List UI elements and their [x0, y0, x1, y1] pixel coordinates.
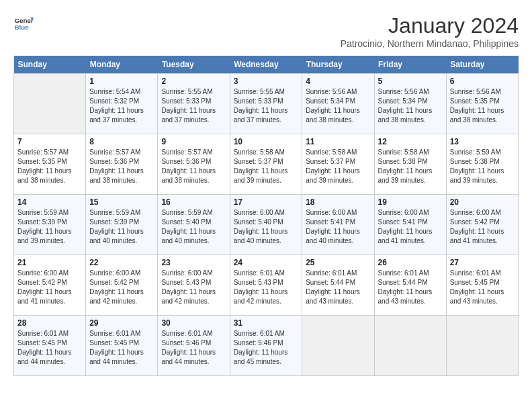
day-info: Sunrise: 6:00 AMSunset: 5:43 PMDaylight:…	[161, 269, 226, 306]
day-number: 14	[17, 197, 82, 207]
calendar-cell: 8 Sunrise: 5:57 AMSunset: 5:36 PMDayligh…	[86, 134, 158, 195]
header-tuesday: Tuesday	[158, 56, 230, 74]
day-number: 11	[306, 137, 370, 146]
calendar-cell: 18 Sunrise: 6:00 AMSunset: 5:41 PMDaylig…	[302, 195, 374, 255]
calendar-cell: 3 Sunrise: 5:55 AMSunset: 5:33 PMDayligh…	[230, 74, 302, 134]
calendar-cell	[446, 316, 518, 376]
day-number: 3	[234, 77, 299, 86]
calendar-cell: 31 Sunrise: 6:01 AMSunset: 5:46 PMDaylig…	[230, 316, 302, 376]
day-info: Sunrise: 5:59 AMSunset: 5:39 PMDaylight:…	[17, 208, 82, 246]
calendar-cell: 2 Sunrise: 5:55 AMSunset: 5:33 PMDayligh…	[158, 74, 230, 134]
day-info: Sunrise: 5:58 AMSunset: 5:38 PMDaylight:…	[378, 148, 443, 185]
calendar-cell: 30 Sunrise: 6:01 AMSunset: 5:46 PMDaylig…	[158, 316, 230, 376]
calendar-cell: 6 Sunrise: 5:56 AMSunset: 5:35 PMDayligh…	[446, 74, 518, 134]
calendar-cell: 21 Sunrise: 6:00 AMSunset: 5:42 PMDaylig…	[14, 255, 86, 316]
week-row-2: 7 Sunrise: 5:57 AMSunset: 5:35 PMDayligh…	[14, 134, 519, 195]
calendar-cell: 16 Sunrise: 5:59 AMSunset: 5:40 PMDaylig…	[158, 195, 230, 255]
calendar-cell: 5 Sunrise: 5:56 AMSunset: 5:34 PMDayligh…	[374, 74, 446, 134]
calendar-cell: 24 Sunrise: 6:01 AMSunset: 5:43 PMDaylig…	[230, 255, 302, 316]
calendar-cell: 23 Sunrise: 6:00 AMSunset: 5:43 PMDaylig…	[158, 255, 230, 316]
day-info: Sunrise: 6:01 AMSunset: 5:43 PMDaylight:…	[234, 269, 299, 306]
calendar-cell	[374, 316, 446, 376]
calendar-cell: 22 Sunrise: 6:00 AMSunset: 5:42 PMDaylig…	[86, 255, 158, 316]
day-info: Sunrise: 5:57 AMSunset: 5:36 PMDaylight:…	[161, 148, 226, 185]
calendar-cell	[302, 316, 374, 376]
day-info: Sunrise: 6:00 AMSunset: 5:40 PMDaylight:…	[234, 208, 299, 246]
calendar-cell: 9 Sunrise: 5:57 AMSunset: 5:36 PMDayligh…	[158, 134, 230, 195]
header-thursday: Thursday	[302, 56, 374, 74]
calendar-cell: 4 Sunrise: 5:56 AMSunset: 5:34 PMDayligh…	[302, 74, 374, 134]
calendar-cell: 25 Sunrise: 6:01 AMSunset: 5:44 PMDaylig…	[302, 255, 374, 316]
day-info: Sunrise: 5:59 AMSunset: 5:40 PMDaylight:…	[161, 208, 226, 246]
calendar-body: 1 Sunrise: 5:54 AMSunset: 5:32 PMDayligh…	[14, 74, 519, 376]
day-number: 10	[234, 137, 299, 146]
calendar-cell: 28 Sunrise: 6:01 AMSunset: 5:45 PMDaylig…	[14, 316, 86, 376]
day-info: Sunrise: 6:00 AMSunset: 5:42 PMDaylight:…	[17, 269, 82, 306]
header-saturday: Saturday	[446, 56, 518, 74]
week-row-3: 14 Sunrise: 5:59 AMSunset: 5:39 PMDaylig…	[14, 195, 519, 255]
day-info: Sunrise: 5:57 AMSunset: 5:36 PMDaylight:…	[89, 148, 154, 185]
day-info: Sunrise: 5:57 AMSunset: 5:35 PMDaylight:…	[17, 148, 82, 185]
calendar-header: Sunday Monday Tuesday Wednesday Thursday…	[14, 56, 519, 74]
day-info: Sunrise: 6:01 AMSunset: 5:44 PMDaylight:…	[378, 269, 443, 306]
week-row-5: 28 Sunrise: 6:01 AMSunset: 5:45 PMDaylig…	[14, 316, 519, 376]
day-number: 9	[161, 137, 226, 146]
calendar-cell: 29 Sunrise: 6:01 AMSunset: 5:45 PMDaylig…	[86, 316, 158, 376]
calendar-table: Sunday Monday Tuesday Wednesday Thursday…	[13, 56, 519, 376]
day-number: 2	[161, 77, 226, 86]
day-number: 25	[306, 258, 370, 267]
day-number: 15	[89, 197, 154, 207]
day-number: 4	[306, 77, 370, 86]
day-number: 19	[378, 197, 443, 207]
calendar-subtitle: Patrocinio, Northern Mindanao, Philippin…	[341, 38, 519, 49]
header-friday: Friday	[374, 56, 446, 74]
page-header: General Blue January 2024 Patrocinio, No…	[13, 13, 519, 49]
day-info: Sunrise: 6:01 AMSunset: 5:45 PMDaylight:…	[450, 269, 515, 306]
calendar-cell: 19 Sunrise: 6:00 AMSunset: 5:41 PMDaylig…	[374, 195, 446, 255]
day-info: Sunrise: 6:01 AMSunset: 5:46 PMDaylight:…	[161, 329, 226, 367]
day-number: 7	[17, 137, 82, 146]
day-number: 12	[378, 137, 443, 146]
logo-icon: General Blue	[13, 13, 34, 34]
week-row-1: 1 Sunrise: 5:54 AMSunset: 5:32 PMDayligh…	[14, 74, 519, 134]
day-number: 22	[89, 258, 154, 267]
calendar-cell: 7 Sunrise: 5:57 AMSunset: 5:35 PMDayligh…	[14, 134, 86, 195]
day-number: 16	[161, 197, 226, 207]
calendar-cell: 11 Sunrise: 5:58 AMSunset: 5:37 PMDaylig…	[302, 134, 374, 195]
calendar-cell: 26 Sunrise: 6:01 AMSunset: 5:44 PMDaylig…	[374, 255, 446, 316]
calendar-cell: 13 Sunrise: 5:59 AMSunset: 5:38 PMDaylig…	[446, 134, 518, 195]
day-number: 27	[450, 258, 515, 267]
day-info: Sunrise: 6:00 AMSunset: 5:41 PMDaylight:…	[306, 208, 370, 246]
title-section: January 2024 Patrocinio, Northern Mindan…	[341, 13, 519, 49]
day-info: Sunrise: 6:01 AMSunset: 5:45 PMDaylight:…	[17, 329, 82, 367]
day-number: 6	[450, 77, 515, 86]
day-number: 26	[378, 258, 443, 267]
day-info: Sunrise: 5:59 AMSunset: 5:39 PMDaylight:…	[89, 208, 154, 246]
week-row-4: 21 Sunrise: 6:00 AMSunset: 5:42 PMDaylig…	[14, 255, 519, 316]
day-info: Sunrise: 5:59 AMSunset: 5:38 PMDaylight:…	[450, 148, 515, 185]
day-number: 18	[306, 197, 370, 207]
day-info: Sunrise: 6:00 AMSunset: 5:42 PMDaylight:…	[450, 208, 515, 246]
day-info: Sunrise: 6:00 AMSunset: 5:42 PMDaylight:…	[89, 269, 154, 306]
day-number: 28	[17, 318, 82, 328]
calendar-cell: 20 Sunrise: 6:00 AMSunset: 5:42 PMDaylig…	[446, 195, 518, 255]
calendar-cell: 15 Sunrise: 5:59 AMSunset: 5:39 PMDaylig…	[86, 195, 158, 255]
day-number: 30	[161, 318, 226, 328]
calendar-cell: 17 Sunrise: 6:00 AMSunset: 5:40 PMDaylig…	[230, 195, 302, 255]
header-row: Sunday Monday Tuesday Wednesday Thursday…	[14, 56, 519, 74]
day-number: 8	[89, 137, 154, 146]
day-number: 1	[89, 77, 154, 86]
header-monday: Monday	[86, 56, 158, 74]
day-info: Sunrise: 6:01 AMSunset: 5:46 PMDaylight:…	[234, 329, 299, 367]
day-info: Sunrise: 6:01 AMSunset: 5:45 PMDaylight:…	[89, 329, 154, 367]
calendar-cell: 10 Sunrise: 5:58 AMSunset: 5:37 PMDaylig…	[230, 134, 302, 195]
day-info: Sunrise: 5:58 AMSunset: 5:37 PMDaylight:…	[306, 148, 370, 185]
header-sunday: Sunday	[14, 56, 86, 74]
day-info: Sunrise: 5:56 AMSunset: 5:34 PMDaylight:…	[378, 87, 443, 125]
day-number: 29	[89, 318, 154, 328]
day-info: Sunrise: 5:56 AMSunset: 5:35 PMDaylight:…	[450, 87, 515, 125]
logo: General Blue	[13, 13, 34, 34]
day-number: 24	[234, 258, 299, 267]
calendar-cell: 27 Sunrise: 6:01 AMSunset: 5:45 PMDaylig…	[446, 255, 518, 316]
day-number: 17	[234, 197, 299, 207]
